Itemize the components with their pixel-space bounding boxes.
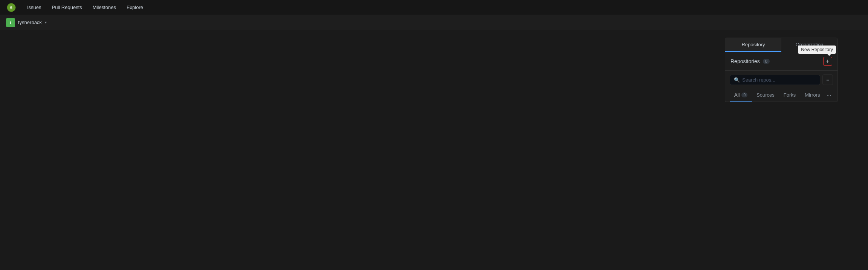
main-content: Repository Organization Repositories 0 N… — [0, 30, 868, 102]
search-icon: 🔍 — [734, 77, 740, 83]
new-repo-button[interactable]: + — [823, 57, 832, 66]
more-button[interactable]: ··· — [825, 91, 833, 100]
filter-tab-sources-label: Sources — [756, 92, 775, 98]
repos-title: Repositories 0 — [730, 58, 770, 64]
repos-count: 0 — [763, 59, 770, 64]
search-input-wrapper: 🔍 — [730, 75, 820, 85]
filter-tab-all[interactable]: All 0 — [730, 89, 752, 102]
filter-tab-sources[interactable]: Sources — [752, 89, 779, 102]
filter-tabs: All 0 Sources Forks Mirrors ··· — [725, 89, 837, 102]
filter-button[interactable]: ≡ — [822, 74, 833, 85]
filter-icon: ≡ — [826, 77, 829, 83]
userbar: t tysherback ▾ — [0, 15, 868, 30]
repos-header: Repositories 0 New Repository + — [725, 52, 837, 71]
filter-tab-mirrors[interactable]: Mirrors — [800, 89, 824, 102]
tab-repository[interactable]: Repository — [725, 38, 781, 52]
filter-tab-mirrors-label: Mirrors — [805, 92, 820, 98]
username: tysherback — [18, 20, 42, 25]
panel-tabs: Repository Organization — [725, 38, 837, 52]
panel: Repository Organization Repositories 0 N… — [725, 38, 838, 102]
repos-label: Repositories — [730, 58, 760, 64]
nav-item-milestones[interactable]: Milestones — [88, 2, 121, 12]
filter-tab-all-label: All — [734, 92, 740, 98]
user-info[interactable]: t tysherback ▾ — [6, 18, 47, 27]
nav-item-pull-requests[interactable]: Pull Requests — [47, 2, 87, 12]
search-bar: 🔍 ≡ — [725, 71, 837, 89]
gitea-logo[interactable]: 6 — [6, 2, 17, 13]
filter-tab-all-count: 0 — [741, 93, 747, 97]
nav-items: Issues Pull Requests Milestones Explore — [23, 2, 148, 12]
tab-organization[interactable]: Organization — [781, 38, 837, 52]
new-repo-btn-wrapper: New Repository + — [823, 57, 832, 66]
svg-text:6: 6 — [10, 5, 12, 9]
nav-item-issues[interactable]: Issues — [23, 2, 46, 12]
navbar: 6 Issues Pull Requests Milestones Explor… — [0, 0, 868, 15]
avatar: t — [6, 18, 15, 27]
chevron-down-icon: ▾ — [45, 20, 47, 24]
nav-item-explore[interactable]: Explore — [122, 2, 148, 12]
search-input[interactable] — [742, 77, 816, 83]
filter-tab-forks-label: Forks — [784, 92, 796, 98]
filter-tab-forks[interactable]: Forks — [779, 89, 801, 102]
